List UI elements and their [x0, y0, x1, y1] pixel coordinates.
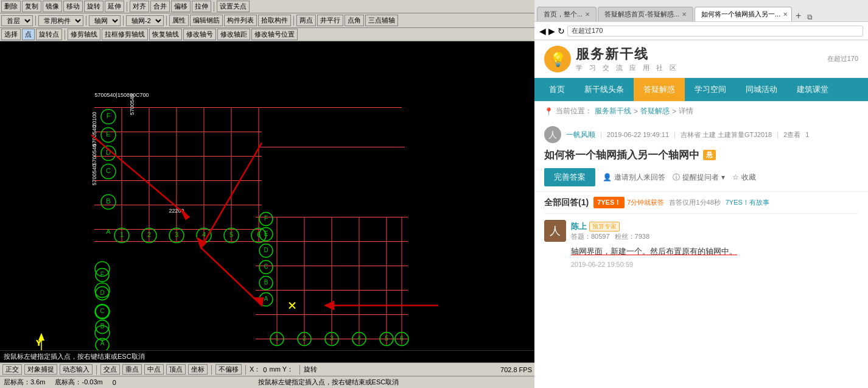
fans-count-stat: 粉丝：7938: [615, 232, 649, 241]
tab2-close[interactable]: ✕: [682, 11, 687, 18]
logo-sub-text: 学 习 交 流 应 用 社 区: [576, 63, 679, 72]
cad-statusbar: 正交 对象捕捉 动态输入 交点 垂点 中点 顶点 坐标 不偏移 X： 0 mm …: [0, 362, 534, 376]
two-point-btn[interactable]: 两点: [296, 15, 316, 26]
breadcrumb-qa[interactable]: 答疑解惑: [640, 106, 670, 116]
answer-content: 轴网界面，新建一个。然后布置原有的轴网中。: [544, 245, 858, 258]
orthogonal-btn[interactable]: 正交: [2, 364, 22, 375]
breadcrumb-sep2: >: [672, 107, 676, 116]
fps-value: 702.8 FPS: [500, 366, 532, 373]
remind-icon: ⓘ: [673, 172, 680, 183]
mid-btn[interactable]: 中点: [144, 364, 164, 375]
browser-tab-1[interactable]: 首页，整个... ✕: [537, 7, 597, 21]
restore-axis-btn[interactable]: 恢复轴线: [149, 29, 182, 40]
vertex-btn[interactable]: 顶点: [166, 364, 186, 375]
breadcrumb-home[interactable]: 服务新干线: [595, 106, 631, 116]
tab3-close[interactable]: ✕: [783, 11, 788, 18]
layer-select[interactable]: 首层: [1, 15, 33, 26]
rotate-point-btn[interactable]: 旋转点: [36, 29, 62, 40]
complete-answer-btn[interactable]: 完善答案: [544, 168, 595, 186]
sep4: [86, 16, 86, 26]
grid-select[interactable]: 轴网-2: [126, 15, 164, 26]
svg-text:1: 1: [275, 335, 279, 342]
nav-courses[interactable]: 建筑课堂: [787, 78, 838, 101]
tab3-label: 如何将一个轴网插入另一...: [701, 10, 780, 19]
yes-banner: 7YES！ 7分钟就获答: [593, 197, 664, 208]
property-btn[interactable]: 属性: [169, 15, 189, 26]
three-point-btn[interactable]: 三点辅轴: [365, 15, 398, 26]
cad-canvas[interactable]: F E D C B A 1 2 3 4 5 6: [0, 41, 534, 350]
browser-tab-bar: 首页，整个... ✕ 答疑解惑首页-答疑解惑... ✕ 如何将一个轴网插入另一.…: [534, 0, 868, 22]
modify-axis-dist-btn[interactable]: 修改轴距: [217, 29, 250, 40]
select-btn[interactable]: 选择: [1, 29, 21, 40]
layer-height: 层标高：3.6m: [4, 378, 45, 387]
answer-meta: 人 陈上 预算专家 答题：80597 粉丝：7938: [544, 220, 858, 242]
svg-text:3: 3: [330, 335, 334, 342]
svg-text:E: E: [106, 130, 110, 138]
question-answers: 1: [805, 131, 809, 138]
sep-status: [96, 365, 97, 375]
nav-home[interactable]: 首页: [539, 78, 575, 101]
snap-btn[interactable]: 对象捕捉: [24, 364, 57, 375]
offset-btn[interactable]: 偏移: [171, 1, 191, 12]
collect-label: 收藏: [741, 172, 756, 183]
svg-text:C: C: [100, 308, 104, 314]
invite-btn[interactable]: 👤 邀请别人来回答: [603, 172, 665, 183]
bottom-num: 0: [113, 379, 116, 386]
browser-tab-3[interactable]: 如何将一个轴网插入另一... ✕: [695, 7, 792, 21]
angle-btn[interactable]: 点角: [345, 15, 364, 26]
component-select[interactable]: 常用构件: [38, 15, 83, 26]
dynamic-input-btn[interactable]: 动态输入: [60, 364, 93, 375]
perp-btn[interactable]: 垂点: [122, 364, 142, 375]
no-offset-btn[interactable]: 不偏移: [215, 364, 242, 375]
back-btn[interactable]: ◀: [539, 26, 546, 36]
svg-text:💡: 💡: [550, 51, 567, 68]
axis-select[interactable]: 轴网: [89, 15, 121, 26]
extend-btn[interactable]: 延伸: [105, 1, 124, 12]
svg-text:E: E: [100, 271, 105, 278]
delete-btn[interactable]: 删除: [1, 1, 21, 12]
coord-btn[interactable]: 坐标: [188, 364, 208, 375]
edit-rebar-btn[interactable]: 编辑钢筋: [190, 15, 223, 26]
tab1-close[interactable]: ✕: [585, 11, 590, 18]
setpoint-btn[interactable]: 设置关点: [217, 1, 250, 12]
question-views: 2查看: [783, 130, 800, 139]
svg-text:C: C: [106, 167, 111, 174]
merge-btn[interactable]: 合并: [150, 1, 170, 12]
cad-toolbar-row3: 选择 点 旋转点 修剪轴线 拉框修剪轴线 恢复轴线 修改轴号 修改轴距 修改轴号…: [0, 28, 534, 41]
remind-btn[interactable]: ⓘ 提醒提问者 ▾: [673, 172, 725, 183]
website-content: 💡 服务新干线 学 习 交 流 应 用 社 区 在超过170 首页 新干线头条 …: [534, 40, 868, 388]
forward-btn[interactable]: ▶: [548, 26, 555, 36]
url-input[interactable]: [567, 26, 863, 37]
nav-events[interactable]: 同城活动: [736, 78, 787, 101]
breadcrumb-icon: 📍: [544, 107, 553, 116]
svg-text:5700540: 5700540: [91, 144, 97, 165]
box-trim-btn[interactable]: 拉框修剪轴线: [102, 29, 148, 40]
svg-text:6: 6: [400, 335, 404, 342]
modify-axis-pos-btn[interactable]: 修改轴号位置: [251, 29, 298, 40]
sep-status3: [245, 365, 246, 375]
parallel-btn[interactable]: 井平行: [317, 15, 343, 26]
tab-restore-btn[interactable]: ⧉: [805, 13, 815, 21]
trim-axis-btn[interactable]: 修剪轴线: [68, 29, 100, 40]
pick-component-btn[interactable]: 拾取构件: [258, 15, 291, 26]
stretch-btn[interactable]: 拉伸: [192, 1, 211, 12]
align-btn[interactable]: 对齐: [130, 1, 149, 12]
browser-tab-2[interactable]: 答疑解惑首页-答疑解惑... ✕: [598, 7, 693, 21]
point-btn[interactable]: 点: [22, 29, 35, 40]
tab1-label: 首页，整个...: [544, 10, 583, 19]
modify-axis-num-btn[interactable]: 修改轴号: [183, 29, 216, 40]
refresh-btn[interactable]: ↻: [558, 26, 565, 36]
mirror-btn[interactable]: 镜像: [43, 1, 62, 12]
new-tab-btn[interactable]: +: [793, 10, 803, 21]
nav-study[interactable]: 学习空间: [685, 78, 736, 101]
remind-label: 提醒提问者: [682, 172, 719, 183]
yes-story-link[interactable]: 7YES！有故事: [726, 198, 769, 207]
copy-btn[interactable]: 复制: [22, 1, 41, 12]
collect-btn[interactable]: ☆ 收藏: [732, 172, 756, 183]
nav-qa[interactable]: 答疑解惑: [634, 78, 685, 101]
nav-news[interactable]: 新干线头条: [575, 78, 634, 101]
move-btn[interactable]: 移动: [63, 1, 83, 12]
intersect-btn[interactable]: 交点: [100, 364, 120, 375]
rotate-btn[interactable]: 旋转: [84, 1, 103, 12]
component-list-btn[interactable]: 构件列表: [224, 15, 257, 26]
